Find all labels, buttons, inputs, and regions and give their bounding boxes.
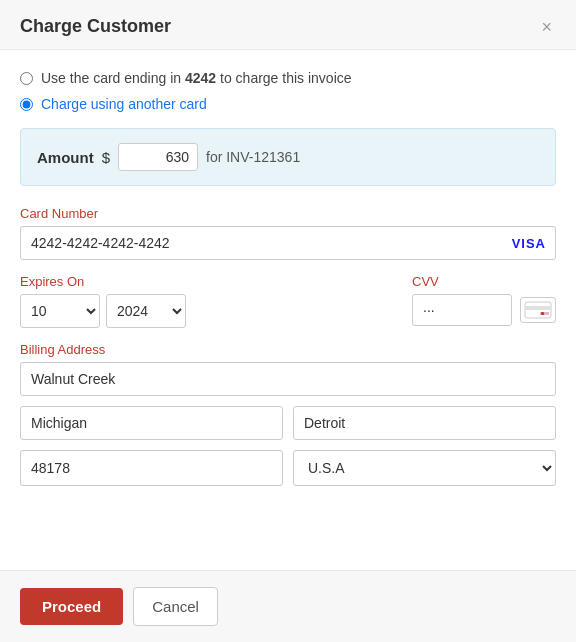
expires-label: Expires On [20, 274, 400, 289]
city-input[interactable] [20, 362, 556, 396]
currency-symbol: $ [102, 149, 110, 166]
modal-body: Use the card ending in 4242 to charge th… [0, 50, 576, 570]
modal-footer: Proceed Cancel [0, 570, 576, 642]
zip-input[interactable] [20, 450, 283, 486]
cvv-row [412, 294, 556, 326]
expires-month-select[interactable]: 10 010203 040506 070809 1112 [20, 294, 100, 328]
card-number-wrapper: VISA [20, 226, 556, 260]
use-card-prefix: Use the card ending in [41, 70, 185, 86]
invoice-label: for INV-121361 [206, 149, 300, 165]
radio-charge-another-card[interactable]: Charge using another card [20, 96, 556, 112]
cvv-input[interactable] [412, 294, 512, 326]
radio-existing-card-input[interactable] [20, 72, 33, 85]
close-button[interactable]: × [537, 18, 556, 36]
cvv-label: CVV [412, 274, 556, 289]
radio-group: Use the card ending in 4242 to charge th… [20, 70, 556, 112]
amount-section: Amount $ for INV-121361 [20, 128, 556, 186]
proceed-button[interactable]: Proceed [20, 588, 123, 625]
cancel-button[interactable]: Cancel [133, 587, 218, 626]
amount-input[interactable] [118, 143, 198, 171]
svg-rect-3 [541, 312, 544, 315]
amount-label: Amount [37, 149, 94, 166]
state-region-row [20, 406, 556, 440]
address-rows: U.S.A Canada United Kingdom Australia [20, 362, 556, 486]
zip-country-row: U.S.A Canada United Kingdom Australia [20, 450, 556, 486]
card-number-label: Card Number [20, 206, 556, 221]
visa-badge: VISA [512, 236, 546, 251]
state-input[interactable] [20, 406, 283, 440]
radio-another-card-input[interactable] [20, 98, 33, 111]
billing-address-group: Billing Address U.S.A Canada United King… [20, 342, 556, 486]
radio-use-existing-card[interactable]: Use the card ending in 4242 to charge th… [20, 70, 556, 86]
country-select[interactable]: U.S.A Canada United Kingdom Australia [293, 450, 556, 486]
cvv-card-icon [520, 297, 556, 323]
charge-customer-modal: Charge Customer × Use the card ending in… [0, 0, 576, 642]
expires-cvv-row: Expires On 10 010203 040506 070809 1112 … [20, 274, 556, 328]
card-icon-svg [524, 301, 552, 319]
card-number-input[interactable] [20, 226, 556, 260]
charge-another-label: Charge using another card [41, 96, 207, 112]
card-number-field-group: Card Number VISA [20, 206, 556, 260]
modal-header: Charge Customer × [0, 0, 576, 50]
billing-address-label: Billing Address [20, 342, 556, 357]
expires-group: Expires On 10 010203 040506 070809 1112 … [20, 274, 400, 328]
svg-rect-1 [525, 306, 551, 310]
expires-selects: 10 010203 040506 070809 1112 2024 202020… [20, 294, 400, 328]
region-input[interactable] [293, 406, 556, 440]
use-card-suffix: to charge this invoice [216, 70, 351, 86]
modal-title: Charge Customer [20, 16, 171, 37]
expires-year-select[interactable]: 2024 202020212022 202320252026 [106, 294, 186, 328]
card-last-four: 4242 [185, 70, 216, 86]
cvv-group: CVV [412, 274, 556, 328]
